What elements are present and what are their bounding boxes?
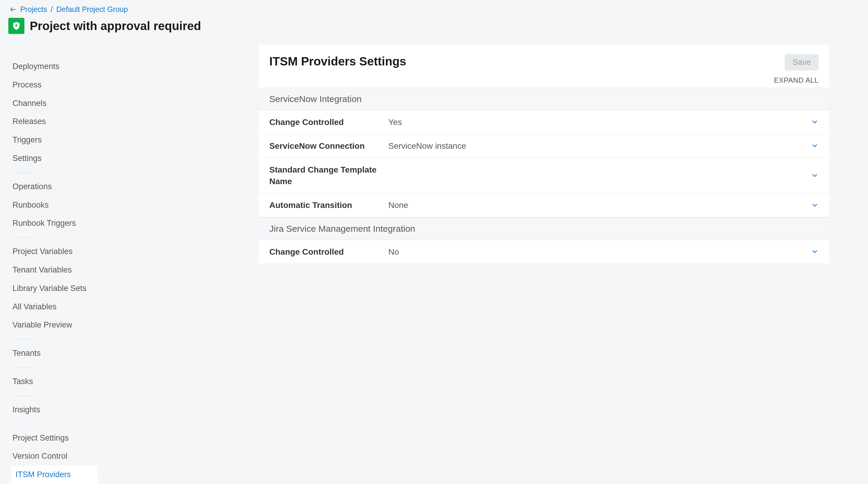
- sidebar-item-tenant-variables[interactable]: Tenant Variables: [11, 261, 98, 279]
- row-value: No: [388, 246, 810, 258]
- sidebar-item-library-variable-sets[interactable]: Library Variable Sets: [11, 279, 98, 298]
- main-content: ITSM Providers Settings Save EXPAND ALL …: [258, 44, 830, 264]
- row-standard-change-template-name[interactable]: Standard Change Template Name: [258, 158, 829, 193]
- expand-all-link[interactable]: EXPAND ALL: [774, 76, 818, 84]
- chevron-down-icon: [811, 201, 818, 209]
- sidebar-item-settings[interactable]: Settings: [11, 149, 98, 168]
- breadcrumb-projects-link[interactable]: Projects: [20, 4, 47, 14]
- breadcrumb-group-link[interactable]: Default Project Group: [56, 4, 128, 14]
- sidebar-item-tenants[interactable]: Tenants: [11, 344, 98, 363]
- sidebar-item-deployments[interactable]: Deployments: [11, 57, 98, 76]
- row-label: Standard Change Template Name: [269, 164, 388, 187]
- row-value: None: [388, 199, 810, 211]
- sidebar-item-releases[interactable]: Releases: [11, 112, 98, 131]
- sidebar-item-operations[interactable]: Operations: [11, 178, 98, 196]
- sidebar-divider: [12, 339, 36, 340]
- sidebar-item-project-variables[interactable]: Project Variables: [11, 243, 98, 261]
- breadcrumb-separator: /: [51, 4, 53, 14]
- section-header-servicenow: ServiceNow Integration: [258, 88, 829, 110]
- svg-point-1: [16, 24, 18, 27]
- sidebar-item-runbook-triggers[interactable]: Runbook Triggers: [11, 214, 98, 233]
- project-badge-icon: [8, 18, 24, 34]
- sidebar-item-itsm-providers[interactable]: ITSM Providers: [11, 465, 98, 484]
- row-change-controlled-sn[interactable]: Change Controlled Yes: [258, 110, 829, 134]
- sidebar-item-version-control[interactable]: Version Control: [11, 447, 98, 465]
- chevron-down-icon: [811, 142, 818, 150]
- sidebar-item-tasks[interactable]: Tasks: [11, 373, 98, 391]
- row-servicenow-connection[interactable]: ServiceNow Connection ServiceNow instanc…: [258, 134, 829, 158]
- sidebar-item-channels[interactable]: Channels: [11, 94, 98, 113]
- row-change-controlled-jira[interactable]: Change Controlled No: [258, 240, 829, 264]
- row-automatic-transition[interactable]: Automatic Transition None: [258, 193, 829, 217]
- settings-panel: ITSM Providers Settings Save EXPAND ALL …: [258, 44, 830, 264]
- sidebar-item-process[interactable]: Process: [11, 76, 98, 94]
- row-value: Yes: [388, 116, 810, 128]
- breadcrumb: Projects / Default Project Group: [9, 4, 861, 14]
- chevron-down-icon: [811, 118, 818, 126]
- row-value: ServiceNow instance: [388, 140, 810, 152]
- sidebar-divider: [12, 367, 36, 368]
- sidebar-divider: [12, 396, 36, 396]
- sidebar-item-runbooks[interactable]: Runbooks: [11, 196, 98, 215]
- save-button[interactable]: Save: [785, 54, 818, 70]
- row-label: Automatic Transition: [269, 199, 388, 211]
- chevron-down-icon: [811, 248, 818, 256]
- sidebar-item-all-variables[interactable]: All Variables: [11, 298, 98, 316]
- sidebar-item-project-settings[interactable]: Project Settings: [11, 429, 98, 447]
- sidebar: Deployments Process Channels Releases Tr…: [7, 44, 98, 484]
- section-header-jira: Jira Service Management Integration: [258, 218, 829, 240]
- sidebar-divider: [12, 172, 36, 173]
- row-label: Change Controlled: [269, 116, 388, 128]
- row-label: ServiceNow Connection: [269, 140, 388, 152]
- chevron-down-icon: [811, 172, 818, 180]
- panel-title: ITSM Providers Settings: [269, 53, 406, 70]
- back-arrow-icon[interactable]: [9, 6, 17, 13]
- sidebar-divider: [12, 237, 36, 238]
- sidebar-item-insights[interactable]: Insights: [11, 401, 98, 419]
- sidebar-item-triggers[interactable]: Triggers: [11, 131, 98, 149]
- row-label: Change Controlled: [269, 246, 388, 258]
- sidebar-item-variable-preview[interactable]: Variable Preview: [11, 316, 98, 334]
- page-title: Project with approval required: [30, 18, 201, 34]
